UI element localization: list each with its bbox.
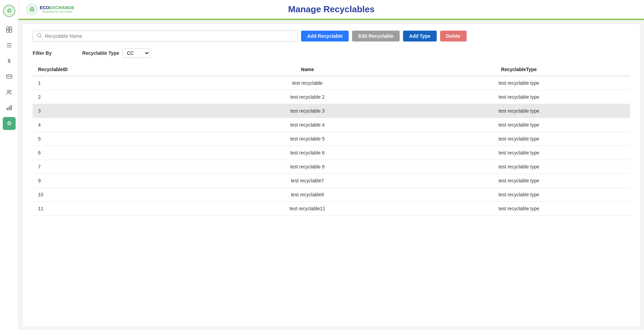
cell-name: test recyclable 8 [207, 160, 407, 174]
sidebar-item-users[interactable] [3, 86, 16, 99]
toolbar-row: Add Recyclable Edit Recyclable Add Type … [33, 31, 630, 42]
svg-rect-2 [6, 27, 9, 29]
cell-id: 1 [33, 76, 207, 90]
svg-rect-14 [7, 108, 8, 110]
cell-id: 5 [33, 132, 207, 146]
table-body: 1 test recyclable test recyclable type 2… [33, 76, 630, 216]
filter-bar: Filter By Recyclable Type CC All Plastic… [33, 48, 630, 58]
svg-rect-3 [10, 27, 12, 29]
cell-type: test recyclable type [408, 90, 630, 104]
sidebar: ♻ $ [0, 0, 19, 330]
cell-id: 2 [33, 90, 207, 104]
col-header-type: RecyclableType [408, 63, 630, 76]
col-header-id: RecyclableID [33, 63, 207, 76]
sidebar-item-analytics[interactable] [3, 101, 16, 114]
filter-by-label: Filter By [33, 50, 52, 56]
cell-name: test recyclable11 [207, 202, 407, 216]
recyclables-table: RecyclableID Name RecyclableType 1 test … [33, 63, 630, 216]
cell-name: test recyclable 2 [207, 90, 407, 104]
cell-id: 10 [33, 188, 207, 202]
sidebar-item-dashboard[interactable] [3, 23, 16, 36]
recyclable-type-select[interactable]: CC All Plastic Metal Paper Glass [123, 48, 150, 58]
page-title: Manage Recyclables [288, 4, 375, 15]
search-input[interactable] [45, 33, 293, 39]
svg-text:♻: ♻ [7, 8, 12, 14]
table-row[interactable]: 9 test recyclable7 test recyclable type [33, 174, 630, 188]
cell-type: test recyclable type [408, 188, 630, 202]
cell-name: test recyclable 4 [207, 118, 407, 132]
svg-point-12 [7, 90, 10, 92]
table-row[interactable]: 1 test recyclable test recyclable type [33, 76, 630, 90]
svg-text:♻: ♻ [7, 120, 12, 126]
svg-line-21 [41, 37, 42, 38]
cell-name: test recyclable 5 [207, 132, 407, 146]
search-box[interactable] [33, 31, 298, 42]
cell-id: 6 [33, 146, 207, 160]
content-area: Add Recyclable Edit Recyclable Add Type … [22, 23, 641, 327]
table-row[interactable]: 10 test recyclable8 test recyclable type [33, 188, 630, 202]
cell-type: test recyclable type [408, 146, 630, 160]
svg-rect-15 [9, 106, 10, 110]
sidebar-item-finance[interactable]: $ [3, 54, 16, 67]
search-icon [37, 33, 42, 39]
svg-rect-16 [11, 105, 12, 110]
add-type-button[interactable]: Add Type [403, 31, 437, 42]
brand-name-eco: ECOEXCHANGE [40, 5, 74, 10]
cell-id: 3 [33, 104, 207, 118]
sidebar-item-card[interactable] [3, 70, 16, 83]
table-row[interactable]: 6 test recyclable 6 test recyclable type [33, 146, 630, 160]
cell-name: test recyclable 6 [207, 146, 407, 160]
cell-id: 11 [33, 202, 207, 216]
cell-id: 4 [33, 118, 207, 132]
svg-text:♻: ♻ [29, 6, 35, 13]
svg-rect-5 [10, 30, 12, 32]
table-row[interactable]: 4 test recyclable 4 test recyclable type [33, 118, 630, 132]
svg-text:$: $ [8, 58, 11, 64]
cell-type: test recyclable type [408, 118, 630, 132]
cell-type: test recyclable type [408, 132, 630, 146]
cell-type: test recyclable type [408, 202, 630, 216]
svg-point-13 [10, 90, 11, 92]
cell-type: test recyclable type [408, 174, 630, 188]
table-row[interactable]: 2 test recyclable 2 test recyclable type [33, 90, 630, 104]
table-row[interactable]: 7 test recyclable 8 test recyclable type [33, 160, 630, 174]
cell-name: test recyclable7 [207, 174, 407, 188]
brand-logo: ♻ ECOEXCHANGE Recycling For Our Future [25, 3, 74, 16]
cell-name: test recyclable 3 [207, 104, 407, 118]
brand-tagline: Recycling For Our Future [40, 10, 74, 13]
main-content: ♻ ECOEXCHANGE Recycling For Our Future M… [19, 0, 644, 330]
delete-button[interactable]: Delete [440, 31, 467, 42]
svg-rect-10 [6, 75, 12, 78]
sidebar-item-list[interactable] [3, 39, 16, 52]
edit-recyclable-button[interactable]: Edit Recyclable [352, 31, 400, 42]
table-row[interactable]: 11 test recyclable11 test recyclable typ… [33, 202, 630, 216]
add-recyclable-button[interactable]: Add Recyclable [301, 31, 349, 42]
cell-type: test recyclable type [408, 104, 630, 118]
table-row[interactable]: 5 test recyclable 5 test recyclable type [33, 132, 630, 146]
cell-type: test recyclable type [408, 160, 630, 174]
col-header-name: Name [207, 63, 407, 76]
sidebar-item-recyclables[interactable]: ♻ [3, 117, 16, 130]
svg-rect-4 [6, 30, 9, 32]
table-row[interactable]: 3 test recyclable 3 test recyclable type [33, 104, 630, 118]
cell-name: test recyclable [207, 76, 407, 90]
cell-name: test recyclable8 [207, 188, 407, 202]
filter-type-label: Recyclable Type [82, 50, 119, 56]
topbar: ♻ ECOEXCHANGE Recycling For Our Future M… [19, 0, 644, 20]
sidebar-logo[interactable]: ♻ [2, 3, 17, 18]
cell-type: test recyclable type [408, 76, 630, 90]
table-header: RecyclableID Name RecyclableType [33, 63, 630, 76]
cell-id: 7 [33, 160, 207, 174]
cell-id: 9 [33, 174, 207, 188]
